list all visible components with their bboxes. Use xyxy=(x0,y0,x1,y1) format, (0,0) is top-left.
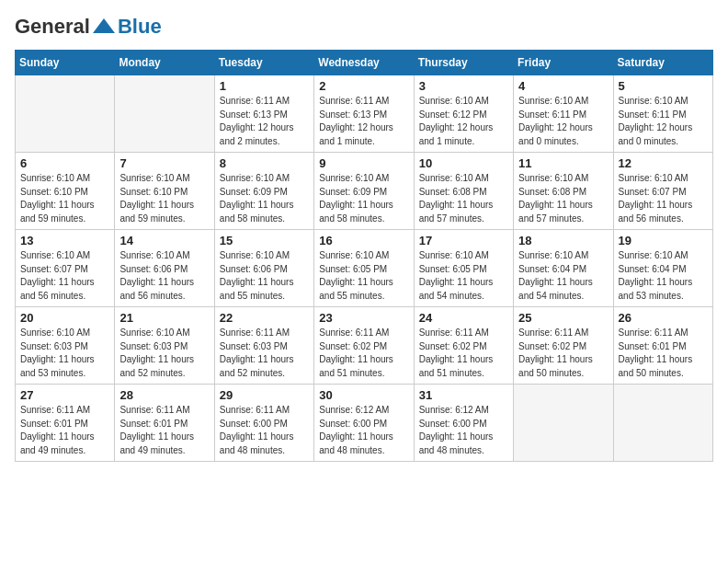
day-number: 31 xyxy=(419,388,508,402)
calendar-cell: 7Sunrise: 6:10 AM Sunset: 6:10 PM Daylig… xyxy=(115,153,214,230)
calendar-cell: 5Sunrise: 6:10 AM Sunset: 6:11 PM Daylig… xyxy=(613,75,712,153)
logo-general-text: General xyxy=(15,15,90,39)
calendar-cell: 18Sunrise: 6:10 AM Sunset: 6:04 PM Dayli… xyxy=(514,230,613,307)
calendar-cell: 13Sunrise: 6:10 AM Sunset: 6:07 PM Dayli… xyxy=(16,230,115,307)
calendar-cell: 28Sunrise: 6:11 AM Sunset: 6:01 PM Dayli… xyxy=(115,385,214,462)
day-info: Sunrise: 6:10 AM Sunset: 6:06 PM Dayligh… xyxy=(119,249,209,303)
calendar-cell: 21Sunrise: 6:10 AM Sunset: 6:03 PM Dayli… xyxy=(115,307,214,385)
day-info: Sunrise: 6:10 AM Sunset: 6:07 PM Dayligh… xyxy=(619,172,708,225)
calendar-cell: 27Sunrise: 6:11 AM Sunset: 6:01 PM Dayli… xyxy=(16,385,115,462)
day-number: 25 xyxy=(518,311,608,325)
weekday-header-friday: Friday xyxy=(514,51,613,75)
day-info: Sunrise: 6:11 AM Sunset: 6:13 PM Dayligh… xyxy=(319,95,408,148)
calendar-cell xyxy=(613,385,712,462)
calendar-cell xyxy=(514,385,613,462)
day-number: 24 xyxy=(419,311,508,325)
day-info: Sunrise: 6:10 AM Sunset: 6:05 PM Dayligh… xyxy=(319,249,408,303)
day-number: 20 xyxy=(20,311,109,325)
day-info: Sunrise: 6:11 AM Sunset: 6:01 PM Dayligh… xyxy=(20,404,109,457)
day-number: 29 xyxy=(220,388,309,402)
weekday-header-saturday: Saturday xyxy=(613,51,712,75)
day-number: 9 xyxy=(319,156,408,170)
day-number: 11 xyxy=(518,156,608,170)
day-info: Sunrise: 6:11 AM Sunset: 6:01 PM Dayligh… xyxy=(119,404,209,457)
day-number: 7 xyxy=(119,156,209,170)
day-info: Sunrise: 6:10 AM Sunset: 6:05 PM Dayligh… xyxy=(419,249,508,303)
calendar-cell: 11Sunrise: 6:10 AM Sunset: 6:08 PM Dayli… xyxy=(514,153,613,230)
calendar-cell: 23Sunrise: 6:11 AM Sunset: 6:02 PM Dayli… xyxy=(314,307,414,385)
day-number: 26 xyxy=(619,311,708,325)
day-number: 10 xyxy=(419,156,508,170)
day-number: 22 xyxy=(220,311,309,325)
calendar-week-5: 27Sunrise: 6:11 AM Sunset: 6:01 PM Dayli… xyxy=(16,385,713,462)
logo-blue-text: Blue xyxy=(118,15,162,39)
day-number: 17 xyxy=(419,234,508,247)
calendar-cell: 22Sunrise: 6:11 AM Sunset: 6:03 PM Dayli… xyxy=(214,307,313,385)
day-number: 18 xyxy=(518,234,608,247)
day-info: Sunrise: 6:10 AM Sunset: 6:03 PM Dayligh… xyxy=(119,327,209,380)
calendar-cell: 14Sunrise: 6:10 AM Sunset: 6:06 PM Dayli… xyxy=(115,230,214,307)
calendar-cell: 10Sunrise: 6:10 AM Sunset: 6:08 PM Dayli… xyxy=(414,153,513,230)
calendar-week-3: 13Sunrise: 6:10 AM Sunset: 6:07 PM Dayli… xyxy=(16,230,713,307)
calendar-cell xyxy=(16,75,115,153)
calendar-cell: 3Sunrise: 6:10 AM Sunset: 6:12 PM Daylig… xyxy=(414,75,513,153)
day-info: Sunrise: 6:10 AM Sunset: 6:12 PM Dayligh… xyxy=(419,95,508,148)
logo-icon xyxy=(91,17,117,37)
day-info: Sunrise: 6:10 AM Sunset: 6:07 PM Dayligh… xyxy=(20,249,109,303)
day-info: Sunrise: 6:12 AM Sunset: 6:00 PM Dayligh… xyxy=(419,404,508,457)
calendar-cell: 17Sunrise: 6:10 AM Sunset: 6:05 PM Dayli… xyxy=(414,230,513,307)
day-number: 16 xyxy=(319,234,408,247)
day-number: 15 xyxy=(220,234,309,247)
day-number: 5 xyxy=(619,79,708,93)
day-info: Sunrise: 6:10 AM Sunset: 6:09 PM Dayligh… xyxy=(220,172,309,225)
day-info: Sunrise: 6:11 AM Sunset: 6:02 PM Dayligh… xyxy=(419,327,508,380)
page-header: General Blue xyxy=(15,15,713,39)
day-info: Sunrise: 6:11 AM Sunset: 6:00 PM Dayligh… xyxy=(220,404,309,457)
day-number: 8 xyxy=(220,156,309,170)
day-info: Sunrise: 6:12 AM Sunset: 6:00 PM Dayligh… xyxy=(319,404,408,457)
day-info: Sunrise: 6:11 AM Sunset: 6:03 PM Dayligh… xyxy=(220,327,309,380)
calendar-cell: 25Sunrise: 6:11 AM Sunset: 6:02 PM Dayli… xyxy=(514,307,613,385)
weekday-header-tuesday: Tuesday xyxy=(214,51,313,75)
day-info: Sunrise: 6:10 AM Sunset: 6:04 PM Dayligh… xyxy=(518,249,608,303)
day-number: 13 xyxy=(20,234,109,247)
day-info: Sunrise: 6:10 AM Sunset: 6:10 PM Dayligh… xyxy=(119,172,209,225)
day-number: 2 xyxy=(319,79,408,93)
day-number: 12 xyxy=(619,156,708,170)
day-number: 1 xyxy=(220,79,309,93)
day-info: Sunrise: 6:10 AM Sunset: 6:08 PM Dayligh… xyxy=(419,172,508,225)
day-number: 21 xyxy=(119,311,209,325)
weekday-header-sunday: Sunday xyxy=(16,51,115,75)
day-info: Sunrise: 6:11 AM Sunset: 6:13 PM Dayligh… xyxy=(220,95,309,148)
day-info: Sunrise: 6:10 AM Sunset: 6:10 PM Dayligh… xyxy=(20,172,109,225)
day-number: 27 xyxy=(20,388,109,402)
calendar-cell: 16Sunrise: 6:10 AM Sunset: 6:05 PM Dayli… xyxy=(314,230,414,307)
calendar-cell: 24Sunrise: 6:11 AM Sunset: 6:02 PM Dayli… xyxy=(414,307,513,385)
calendar-cell: 26Sunrise: 6:11 AM Sunset: 6:01 PM Dayli… xyxy=(613,307,712,385)
day-info: Sunrise: 6:10 AM Sunset: 6:11 PM Dayligh… xyxy=(619,95,708,148)
weekday-header-thursday: Thursday xyxy=(414,51,513,75)
calendar-cell: 2Sunrise: 6:11 AM Sunset: 6:13 PM Daylig… xyxy=(314,75,414,153)
calendar-cell: 4Sunrise: 6:10 AM Sunset: 6:11 PM Daylig… xyxy=(514,75,613,153)
day-number: 28 xyxy=(119,388,209,402)
day-info: Sunrise: 6:11 AM Sunset: 6:01 PM Dayligh… xyxy=(619,327,708,380)
day-info: Sunrise: 6:11 AM Sunset: 6:02 PM Dayligh… xyxy=(319,327,408,380)
calendar-cell: 15Sunrise: 6:10 AM Sunset: 6:06 PM Dayli… xyxy=(214,230,313,307)
day-info: Sunrise: 6:10 AM Sunset: 6:04 PM Dayligh… xyxy=(619,249,708,303)
logo: General Blue xyxy=(15,15,162,39)
day-number: 4 xyxy=(518,79,608,93)
svg-marker-0 xyxy=(93,18,115,33)
calendar-table: SundayMondayTuesdayWednesdayThursdayFrid… xyxy=(15,50,713,462)
day-number: 3 xyxy=(419,79,508,93)
day-number: 6 xyxy=(20,156,109,170)
calendar-cell: 30Sunrise: 6:12 AM Sunset: 6:00 PM Dayli… xyxy=(314,385,414,462)
day-info: Sunrise: 6:10 AM Sunset: 6:06 PM Dayligh… xyxy=(220,249,309,303)
day-info: Sunrise: 6:10 AM Sunset: 6:03 PM Dayligh… xyxy=(20,327,109,380)
calendar-cell: 19Sunrise: 6:10 AM Sunset: 6:04 PM Dayli… xyxy=(613,230,712,307)
calendar-cell: 29Sunrise: 6:11 AM Sunset: 6:00 PM Dayli… xyxy=(214,385,313,462)
day-info: Sunrise: 6:10 AM Sunset: 6:08 PM Dayligh… xyxy=(518,172,608,225)
calendar-cell: 9Sunrise: 6:10 AM Sunset: 6:09 PM Daylig… xyxy=(314,153,414,230)
day-info: Sunrise: 6:10 AM Sunset: 6:11 PM Dayligh… xyxy=(518,95,608,148)
weekday-header-wednesday: Wednesday xyxy=(314,51,414,75)
calendar-cell: 8Sunrise: 6:10 AM Sunset: 6:09 PM Daylig… xyxy=(214,153,313,230)
